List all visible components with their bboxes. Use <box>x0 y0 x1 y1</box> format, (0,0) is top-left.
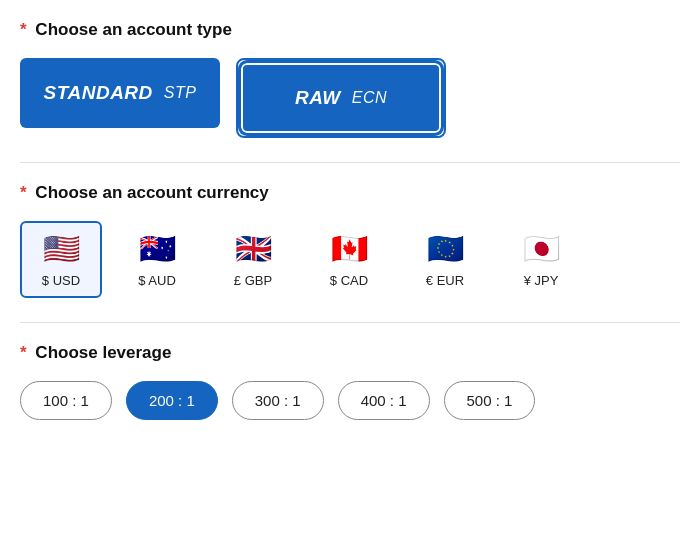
standard-label: STANDARD <box>44 82 153 104</box>
usd-flag: 🇺🇸 <box>34 231 88 267</box>
currency-usd[interactable]: 🇺🇸 $ USD <box>20 221 102 298</box>
account-type-buttons: STANDARD STP RAW ECN <box>20 58 680 138</box>
eur-flag: 🇪🇺 <box>418 231 472 267</box>
required-star-2: * <box>20 183 27 202</box>
jpy-label: ¥ JPY <box>524 273 559 288</box>
usd-label: $ USD <box>42 273 80 288</box>
leverage-500[interactable]: 500 : 1 <box>444 381 536 420</box>
currency-title: * Choose an account currency <box>20 183 680 203</box>
raw-ecn-button-wrapper: RAW ECN <box>236 58 446 138</box>
raw-ecn-button[interactable]: RAW ECN <box>241 63 441 133</box>
eur-label: € EUR <box>426 273 464 288</box>
section-divider-1 <box>20 162 680 163</box>
gbp-flag: 🇬🇧 <box>226 231 280 267</box>
jpy-flag: 🇯🇵 <box>514 231 568 267</box>
aud-flag: 🇦🇺 <box>130 231 184 267</box>
account-type-title: * Choose an account type <box>20 20 680 40</box>
currency-options: 🇺🇸 $ USD 🇦🇺 $ AUD 🇬🇧 £ GBP 🇨🇦 $ CAD 🇪🇺 €… <box>20 221 680 298</box>
aud-label: $ AUD <box>138 273 176 288</box>
required-star-1: * <box>20 20 27 39</box>
currency-cad[interactable]: 🇨🇦 $ CAD <box>308 221 390 298</box>
leverage-section: * Choose leverage 100 : 1 200 : 1 300 : … <box>20 343 680 420</box>
currency-title-text: Choose an account currency <box>35 183 268 202</box>
cad-label: $ CAD <box>330 273 368 288</box>
raw-label: RAW <box>295 87 341 109</box>
leverage-100[interactable]: 100 : 1 <box>20 381 112 420</box>
leverage-300[interactable]: 300 : 1 <box>232 381 324 420</box>
account-type-section: * Choose an account type STANDARD STP RA… <box>20 20 680 138</box>
required-star-3: * <box>20 343 27 362</box>
account-type-title-text: Choose an account type <box>35 20 231 39</box>
currency-eur[interactable]: 🇪🇺 € EUR <box>404 221 486 298</box>
currency-gbp[interactable]: 🇬🇧 £ GBP <box>212 221 294 298</box>
currency-section: * Choose an account currency 🇺🇸 $ USD 🇦🇺… <box>20 183 680 298</box>
leverage-200[interactable]: 200 : 1 <box>126 381 218 420</box>
gbp-label: £ GBP <box>234 273 272 288</box>
leverage-400[interactable]: 400 : 1 <box>338 381 430 420</box>
cad-flag: 🇨🇦 <box>322 231 376 267</box>
leverage-title-text: Choose leverage <box>35 343 171 362</box>
currency-jpy[interactable]: 🇯🇵 ¥ JPY <box>500 221 582 298</box>
leverage-title: * Choose leverage <box>20 343 680 363</box>
section-divider-2 <box>20 322 680 323</box>
standard-stp-button[interactable]: STANDARD STP <box>20 58 220 128</box>
currency-aud[interactable]: 🇦🇺 $ AUD <box>116 221 198 298</box>
ecn-label: ECN <box>347 89 387 107</box>
stp-label: STP <box>159 84 197 102</box>
leverage-options: 100 : 1 200 : 1 300 : 1 400 : 1 500 : 1 <box>20 381 680 420</box>
